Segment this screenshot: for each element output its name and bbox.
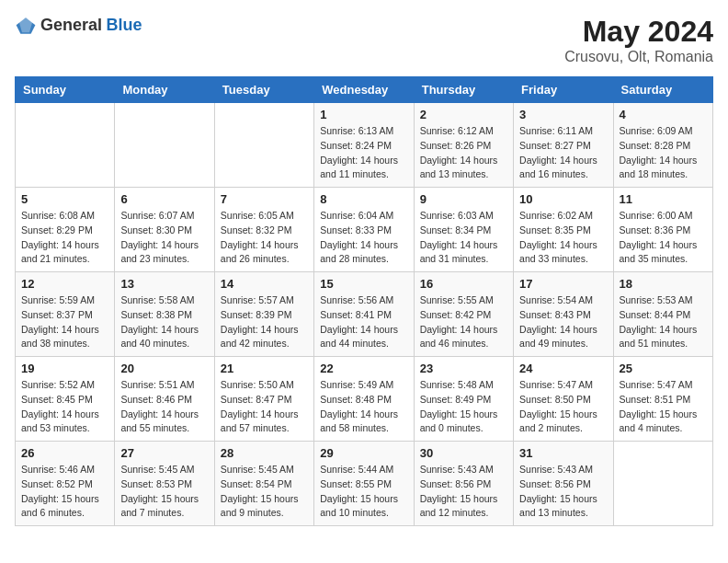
day-number: 20 (120, 362, 208, 375)
calendar-cell: 11Sunrise: 6:00 AMSunset: 8:36 PMDayligh… (613, 188, 712, 272)
column-header-thursday: Thursday (414, 77, 513, 103)
calendar-cell: 26Sunrise: 5:46 AMSunset: 8:52 PMDayligh… (16, 442, 115, 526)
day-number: 16 (420, 277, 507, 291)
calendar-cell (214, 103, 313, 188)
calendar-cell (16, 103, 115, 188)
calendar-cell: 28Sunrise: 5:45 AMSunset: 8:54 PMDayligh… (214, 442, 313, 526)
day-info: Sunrise: 6:07 AMSunset: 8:30 PMDaylight:… (120, 209, 208, 267)
calendar-cell: 14Sunrise: 5:57 AMSunset: 8:39 PMDayligh… (214, 272, 313, 357)
day-info: Sunrise: 5:45 AMSunset: 8:53 PMDaylight:… (120, 463, 208, 521)
calendar-cell: 19Sunrise: 5:52 AMSunset: 8:45 PMDayligh… (16, 357, 115, 442)
calendar-week-row: 5Sunrise: 6:08 AMSunset: 8:29 PMDaylight… (16, 188, 713, 272)
calendar-cell: 18Sunrise: 5:53 AMSunset: 8:44 PMDayligh… (613, 272, 712, 357)
day-number: 29 (320, 446, 407, 460)
logo-general: General (40, 16, 102, 34)
calendar-week-row: 19Sunrise: 5:52 AMSunset: 8:45 PMDayligh… (16, 357, 713, 442)
day-info: Sunrise: 5:58 AMSunset: 8:38 PMDaylight:… (120, 293, 208, 351)
calendar-week-row: 1Sunrise: 6:13 AMSunset: 8:24 PMDaylight… (16, 103, 713, 188)
day-info: Sunrise: 5:56 AMSunset: 8:41 PMDaylight:… (320, 293, 407, 351)
day-number: 14 (221, 277, 308, 291)
column-header-sunday: Sunday (16, 77, 115, 103)
column-header-tuesday: Tuesday (214, 77, 313, 103)
calendar-cell: 7Sunrise: 6:05 AMSunset: 8:32 PMDaylight… (214, 188, 313, 272)
day-number: 28 (221, 446, 308, 460)
day-number: 1 (320, 108, 407, 121)
calendar-header-row: SundayMondayTuesdayWednesdayThursdayFrid… (16, 77, 713, 103)
calendar-cell (115, 103, 214, 188)
calendar-cell: 2Sunrise: 6:12 AMSunset: 8:26 PMDaylight… (414, 103, 513, 188)
day-info: Sunrise: 5:47 AMSunset: 8:51 PMDaylight:… (620, 378, 707, 436)
day-info: Sunrise: 5:49 AMSunset: 8:48 PMDaylight:… (320, 378, 407, 436)
calendar-cell: 29Sunrise: 5:44 AMSunset: 8:55 PMDayligh… (314, 442, 414, 526)
calendar-week-row: 26Sunrise: 5:46 AMSunset: 8:52 PMDayligh… (16, 442, 713, 526)
day-info: Sunrise: 6:05 AMSunset: 8:32 PMDaylight:… (221, 209, 308, 267)
day-number: 13 (120, 277, 208, 291)
day-number: 8 (320, 192, 407, 206)
calendar-cell: 22Sunrise: 5:49 AMSunset: 8:48 PMDayligh… (314, 357, 414, 442)
column-header-monday: Monday (115, 77, 214, 103)
day-info: Sunrise: 5:44 AMSunset: 8:55 PMDaylight:… (320, 463, 407, 521)
day-info: Sunrise: 5:43 AMSunset: 8:56 PMDaylight:… (420, 463, 507, 521)
column-header-wednesday: Wednesday (314, 77, 414, 103)
day-info: Sunrise: 6:11 AMSunset: 8:27 PMDaylight:… (519, 124, 607, 182)
day-info: Sunrise: 5:48 AMSunset: 8:49 PMDaylight:… (420, 378, 507, 436)
day-info: Sunrise: 5:59 AMSunset: 8:37 PMDaylight:… (21, 293, 108, 351)
day-number: 5 (21, 192, 108, 206)
day-number: 19 (21, 362, 108, 375)
calendar-cell: 10Sunrise: 6:02 AMSunset: 8:35 PMDayligh… (514, 188, 613, 272)
calendar-cell: 12Sunrise: 5:59 AMSunset: 8:37 PMDayligh… (16, 272, 115, 357)
column-header-friday: Friday (514, 77, 613, 103)
day-info: Sunrise: 5:47 AMSunset: 8:50 PMDaylight:… (519, 378, 607, 436)
day-number: 18 (620, 277, 707, 291)
day-number: 6 (120, 192, 208, 206)
calendar-cell: 17Sunrise: 5:54 AMSunset: 8:43 PMDayligh… (514, 272, 613, 357)
calendar-cell: 15Sunrise: 5:56 AMSunset: 8:41 PMDayligh… (314, 272, 414, 357)
calendar-cell: 4Sunrise: 6:09 AMSunset: 8:28 PMDaylight… (613, 103, 712, 188)
page-header: General Blue May 2024 Crusovu, Olt, Roma… (15, 15, 713, 65)
day-info: Sunrise: 6:12 AMSunset: 8:26 PMDaylight:… (420, 124, 507, 182)
day-number: 21 (221, 362, 308, 375)
logo-text: General Blue (40, 17, 142, 35)
calendar-cell: 1Sunrise: 6:13 AMSunset: 8:24 PMDaylight… (314, 103, 414, 188)
day-info: Sunrise: 6:04 AMSunset: 8:33 PMDaylight:… (320, 209, 407, 267)
calendar-cell: 5Sunrise: 6:08 AMSunset: 8:29 PMDaylight… (16, 188, 115, 272)
day-number: 23 (420, 362, 507, 375)
day-number: 24 (519, 362, 607, 375)
day-number: 25 (620, 362, 707, 375)
calendar-cell: 3Sunrise: 6:11 AMSunset: 8:27 PMDaylight… (514, 103, 613, 188)
calendar-cell: 9Sunrise: 6:03 AMSunset: 8:34 PMDaylight… (414, 188, 513, 272)
day-number: 26 (21, 446, 108, 460)
calendar-cell: 21Sunrise: 5:50 AMSunset: 8:47 PMDayligh… (214, 357, 313, 442)
column-header-saturday: Saturday (613, 77, 712, 103)
calendar-cell: 8Sunrise: 6:04 AMSunset: 8:33 PMDaylight… (314, 188, 414, 272)
day-number: 3 (519, 108, 607, 121)
month-year: May 2024 (564, 15, 713, 49)
day-info: Sunrise: 6:09 AMSunset: 8:28 PMDaylight:… (620, 124, 707, 182)
day-number: 30 (420, 446, 507, 460)
calendar-cell: 31Sunrise: 5:43 AMSunset: 8:56 PMDayligh… (514, 442, 613, 526)
day-info: Sunrise: 5:46 AMSunset: 8:52 PMDaylight:… (21, 463, 108, 521)
day-number: 4 (620, 108, 707, 121)
day-info: Sunrise: 6:02 AMSunset: 8:35 PMDaylight:… (519, 209, 607, 267)
logo: General Blue (15, 15, 142, 37)
calendar-cell: 27Sunrise: 5:45 AMSunset: 8:53 PMDayligh… (115, 442, 214, 526)
calendar-table: SundayMondayTuesdayWednesdayThursdayFrid… (15, 76, 713, 526)
calendar-cell (613, 442, 712, 526)
calendar-cell: 16Sunrise: 5:55 AMSunset: 8:42 PMDayligh… (414, 272, 513, 357)
calendar-cell: 13Sunrise: 5:58 AMSunset: 8:38 PMDayligh… (115, 272, 214, 357)
day-info: Sunrise: 6:08 AMSunset: 8:29 PMDaylight:… (21, 209, 108, 267)
title-block: May 2024 Crusovu, Olt, Romania (564, 15, 713, 65)
day-number: 11 (620, 192, 707, 206)
day-number: 9 (420, 192, 507, 206)
day-number: 2 (420, 108, 507, 121)
logo-icon (15, 15, 37, 37)
logo-blue: Blue (107, 16, 142, 34)
day-number: 12 (21, 277, 108, 291)
day-info: Sunrise: 6:13 AMSunset: 8:24 PMDaylight:… (320, 124, 407, 182)
day-info: Sunrise: 6:00 AMSunset: 8:36 PMDaylight:… (620, 209, 707, 267)
day-number: 22 (320, 362, 407, 375)
calendar-cell: 6Sunrise: 6:07 AMSunset: 8:30 PMDaylight… (115, 188, 214, 272)
day-info: Sunrise: 5:57 AMSunset: 8:39 PMDaylight:… (221, 293, 308, 351)
day-info: Sunrise: 5:54 AMSunset: 8:43 PMDaylight:… (519, 293, 607, 351)
day-info: Sunrise: 5:53 AMSunset: 8:44 PMDaylight:… (620, 293, 707, 351)
